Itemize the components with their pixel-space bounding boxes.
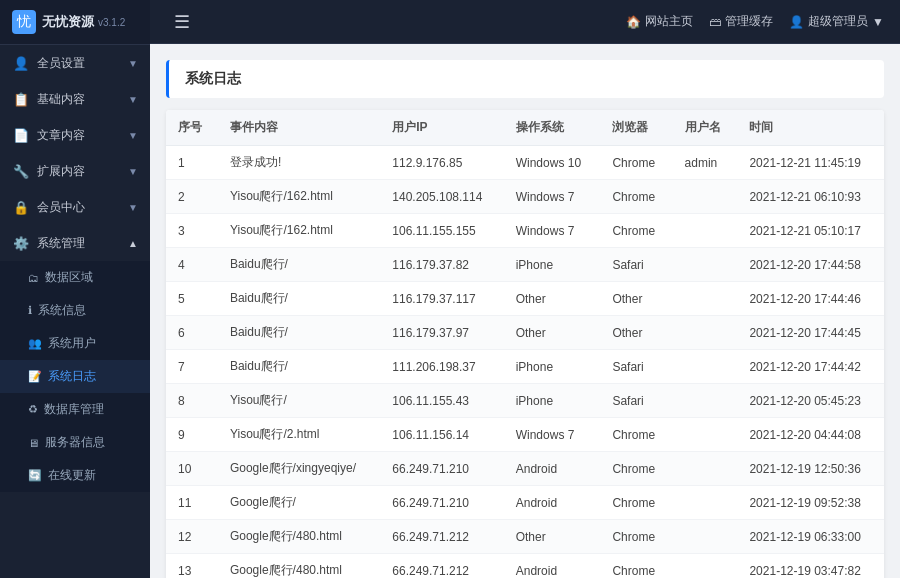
cell-ip: 66.249.71.212 [380,520,503,554]
sidebar-item-basic[interactable]: 📋 基础内容 ▼ [0,81,150,117]
cell-browser: Chrome [600,452,672,486]
sys-mgmt-icon: ⚙️ [12,234,30,252]
cell-browser: Chrome [600,180,672,214]
cell-browser: Safari [600,384,672,418]
topbar-home-label: 网站主页 [645,13,693,30]
online-update-label: 在线更新 [48,467,96,484]
submenu-sys-users[interactable]: 👥 系统用户 [0,327,150,360]
col-user: 用户名 [673,110,738,146]
sidebar-item-sys-mgmt[interactable]: ⚙️ 系统管理 ▲ [0,225,150,261]
table-row: 9 Yisou爬行/2.html 106.11.156.14 Windows 7… [166,418,884,452]
cell-user [673,180,738,214]
sidebar-item-extended[interactable]: 🔧 扩展内容 ▼ [0,153,150,189]
cell-browser: Chrome [600,520,672,554]
cell-ip: 112.9.176.85 [380,146,503,180]
cell-os: Other [504,316,601,350]
content-area: 系统日志 序号 事件内容 用户IP 操作系统 浏览器 用户名 时间 [150,44,900,578]
basic-arrow: ▼ [128,94,138,105]
cell-time: 2021-12-21 06:10:93 [737,180,884,214]
cell-id: 11 [166,486,218,520]
cell-ip: 116.179.37.117 [380,282,503,316]
cell-event: Google爬行/xingyeqiye/ [218,452,380,486]
extended-arrow: ▼ [128,166,138,177]
cell-time: 2021-12-21 05:10:17 [737,214,884,248]
table-row: 6 Baidu爬行/ 116.179.37.97 Other Other 202… [166,316,884,350]
topbar-left: ☰ [166,7,626,37]
cell-ip: 106.11.155.155 [380,214,503,248]
cell-os: Windows 7 [504,180,601,214]
sidebar-item-articles[interactable]: 📄 文章内容 ▼ [0,117,150,153]
table-row: 1 登录成功! 112.9.176.85 Windows 10 Chrome a… [166,146,884,180]
extended-label: 扩展内容 [37,163,128,180]
submenu-online-update[interactable]: 🔄 在线更新 [0,459,150,492]
cell-id: 2 [166,180,218,214]
table-header-row: 序号 事件内容 用户IP 操作系统 浏览器 用户名 时间 [166,110,884,146]
cell-os: Other [504,282,601,316]
logo-icon: 忧 [12,10,36,34]
cell-id: 9 [166,418,218,452]
cell-time: 2021-12-21 11:45:19 [737,146,884,180]
user-icon: 👤 [789,15,804,29]
sidebar-item-members[interactable]: 👤 全员设置 ▼ [0,45,150,81]
cell-user [673,486,738,520]
cell-event: Yisou爬行/2.html [218,418,380,452]
member-center-arrow: ▼ [128,202,138,213]
cell-id: 10 [166,452,218,486]
cell-time: 2021-12-19 12:50:36 [737,452,884,486]
col-os: 操作系统 [504,110,601,146]
topbar-cache-btn[interactable]: 🗃 管理缓存 [709,13,773,30]
submenu-sys-log[interactable]: 📝 系统日志 [0,360,150,393]
app-version: v3.1.2 [98,17,125,28]
sys-log-icon: 📝 [28,370,42,383]
cell-browser: Safari [600,248,672,282]
sys-users-icon: 👥 [28,337,42,350]
table-row: 4 Baidu爬行/ 116.179.37.82 iPhone Safari 2… [166,248,884,282]
cell-browser: Chrome [600,214,672,248]
cell-id: 12 [166,520,218,554]
hamburger-icon[interactable]: ☰ [166,7,198,37]
sys-info-label: 系统信息 [38,302,86,319]
cell-id: 3 [166,214,218,248]
home-icon: 🏠 [626,15,641,29]
submenu-sys-info[interactable]: ℹ 系统信息 [0,294,150,327]
cell-time: 2021-12-20 04:44:08 [737,418,884,452]
cell-time: 2021-12-20 17:44:58 [737,248,884,282]
submenu-server-info[interactable]: 🖥 服务器信息 [0,426,150,459]
cell-ip: 66.249.71.212 [380,554,503,579]
table-row: 7 Baidu爬行/ 111.206.198.37 iPhone Safari … [166,350,884,384]
cell-event: Yisou爬行/162.html [218,214,380,248]
cell-event: 登录成功! [218,146,380,180]
cell-ip: 66.249.71.210 [380,452,503,486]
submenu-recycle[interactable]: ♻ 数据库管理 [0,393,150,426]
cell-os: Android [504,452,601,486]
table-row: 2 Yisou爬行/162.html 140.205.108.114 Windo… [166,180,884,214]
sidebar-item-member-center[interactable]: 🔒 会员中心 ▼ [0,189,150,225]
cell-time: 2021-12-19 09:52:38 [737,486,884,520]
cell-event: Google爬行/ [218,486,380,520]
online-update-icon: 🔄 [28,469,42,482]
cell-time: 2021-12-20 05:45:23 [737,384,884,418]
table-row: 3 Yisou爬行/162.html 106.11.155.155 Window… [166,214,884,248]
log-table: 序号 事件内容 用户IP 操作系统 浏览器 用户名 时间 1 登录成功! 112… [166,110,884,578]
server-info-label: 服务器信息 [45,434,105,451]
app-name: 无忧资源 [42,13,94,31]
cell-time: 2021-12-19 03:47:82 [737,554,884,579]
cell-ip: 116.179.37.82 [380,248,503,282]
cell-os: Other [504,520,601,554]
user-dropdown-icon: ▼ [872,15,884,29]
members-icon: 👤 [12,54,30,72]
topbar-home-btn[interactable]: 🏠 网站主页 [626,13,693,30]
articles-arrow: ▼ [128,130,138,141]
cell-event: Yisou爬行/ [218,384,380,418]
cell-os: iPhone [504,384,601,418]
submenu-data-region[interactable]: 🗂 数据区域 [0,261,150,294]
cell-event: Baidu爬行/ [218,350,380,384]
sidebar: 忧 无忧资源 v3.1.2 👤 全员设置 ▼ 📋 基础内容 ▼ 📄 文章内容 ▼… [0,0,150,578]
table-row: 8 Yisou爬行/ 106.11.155.43 iPhone Safari 2… [166,384,884,418]
topbar-user-btn[interactable]: 👤 超级管理员 ▼ [789,13,884,30]
cell-user [673,316,738,350]
topbar-user-label: 超级管理员 [808,13,868,30]
member-center-icon: 🔒 [12,198,30,216]
basic-label: 基础内容 [37,91,128,108]
col-time: 时间 [737,110,884,146]
